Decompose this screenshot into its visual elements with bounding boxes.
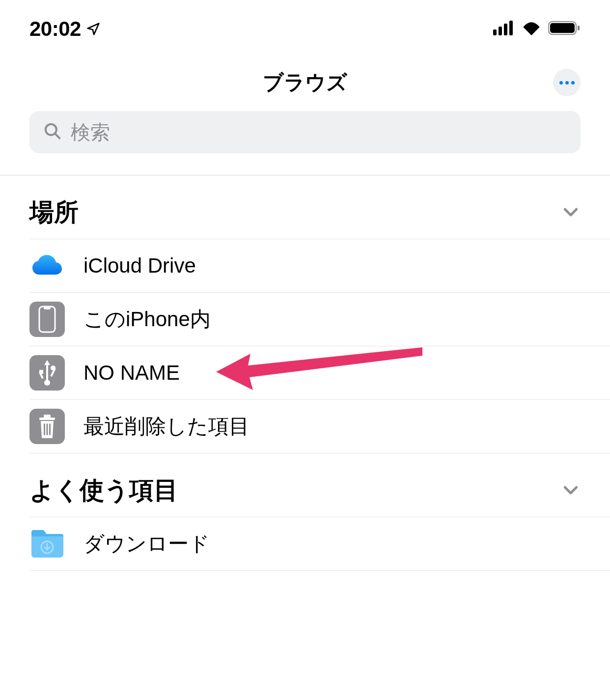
svg-rect-1 <box>499 27 502 35</box>
section-title: 場所 <box>29 196 79 229</box>
list-item-usb-drive[interactable]: NO NAME <box>29 346 610 400</box>
search-icon <box>43 122 62 142</box>
svg-rect-3 <box>509 21 513 35</box>
svg-marker-18 <box>216 347 422 390</box>
more-dot-icon <box>559 81 563 84</box>
list-item-icloud[interactable]: iCloud Drive <box>29 239 610 293</box>
locations-list: iCloud Drive このiPhone内 NO NAME <box>0 239 610 453</box>
status-right <box>493 21 581 37</box>
arrow-annotation-icon <box>216 345 427 401</box>
svg-rect-2 <box>504 24 507 35</box>
section-header-locations[interactable]: 場所 <box>0 175 610 239</box>
wifi-icon <box>522 21 541 37</box>
favorites-list: ダウンロード <box>0 517 610 571</box>
section-title: よく使う項目 <box>29 474 178 507</box>
svg-rect-22 <box>47 423 48 435</box>
svg-rect-10 <box>44 307 51 309</box>
status-time: 20:02 <box>29 17 81 41</box>
chevron-down-icon <box>561 480 581 502</box>
more-dot-icon <box>565 81 569 84</box>
more-button[interactable] <box>553 69 581 96</box>
list-item-label: このiPhone内 <box>83 306 211 333</box>
svg-rect-9 <box>39 307 55 332</box>
list-item-label: ダウンロード <box>83 530 210 558</box>
trash-icon <box>29 409 65 444</box>
icloud-icon <box>29 248 65 283</box>
svg-rect-5 <box>550 23 575 33</box>
svg-rect-21 <box>44 423 45 435</box>
list-item-label: NO NAME <box>83 361 180 385</box>
cellular-icon <box>493 21 515 37</box>
section-header-favorites[interactable]: よく使う項目 <box>0 453 610 517</box>
svg-rect-6 <box>578 26 580 30</box>
usb-icon <box>29 355 65 391</box>
nav-header: ブラウズ <box>0 49 610 111</box>
svg-rect-20 <box>44 415 51 418</box>
search-container <box>0 111 610 168</box>
svg-line-8 <box>55 134 60 139</box>
search-input[interactable] <box>71 121 567 143</box>
location-icon <box>86 22 101 36</box>
page-title: ブラウズ <box>263 69 347 96</box>
battery-icon <box>548 21 581 37</box>
chevron-down-icon <box>561 202 581 224</box>
list-item-recently-deleted[interactable]: 最近削除した項目 <box>29 400 610 453</box>
list-item-downloads[interactable]: ダウンロード <box>29 517 610 571</box>
more-dot-icon <box>571 81 575 84</box>
list-item-iphone[interactable]: このiPhone内 <box>29 293 610 346</box>
list-item-label: iCloud Drive <box>83 254 196 278</box>
search-bar[interactable] <box>29 111 581 153</box>
svg-rect-12 <box>46 364 48 383</box>
list-item-label: 最近削除した項目 <box>83 413 250 440</box>
status-bar: 20:02 <box>0 0 610 49</box>
svg-rect-0 <box>493 29 497 35</box>
status-left: 20:02 <box>29 17 101 41</box>
svg-rect-23 <box>49 423 51 435</box>
iphone-icon <box>29 302 65 337</box>
downloads-folder-icon <box>29 526 65 561</box>
svg-marker-13 <box>44 360 50 365</box>
